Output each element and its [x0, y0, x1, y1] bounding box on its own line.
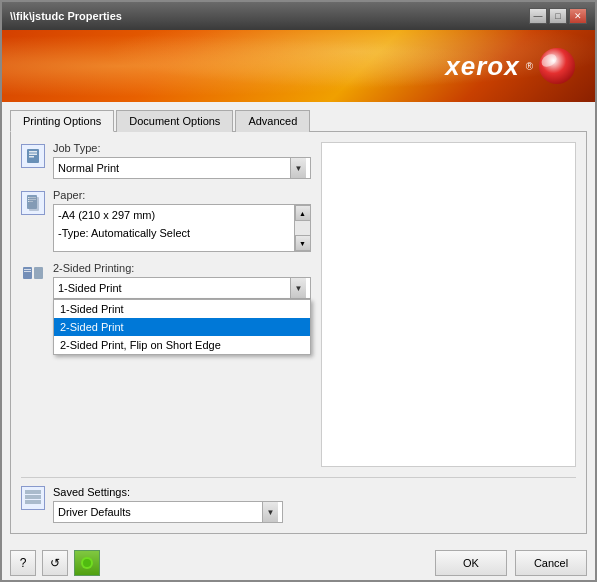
main-panel: Job Type: Normal Print ▼	[10, 131, 587, 534]
brand-name: xerox	[445, 51, 519, 82]
job-type-content: Job Type: Normal Print ▼	[53, 142, 311, 179]
svg-rect-12	[24, 271, 31, 272]
saved-settings-icon	[21, 486, 45, 510]
scroll-down-button[interactable]: ▼	[295, 235, 311, 251]
job-type-label: Job Type:	[53, 142, 311, 154]
paper-listbox[interactable]: -A4 (210 x 297 mm) -Type: Automatically …	[53, 204, 311, 252]
xerox-ball-icon	[539, 48, 575, 84]
maximize-button[interactable]: □	[549, 8, 567, 24]
green-button[interactable]	[74, 550, 100, 576]
saved-settings-content: Saved Settings: Driver Defaults ▼	[53, 486, 576, 523]
footer-left-buttons: ? ↺	[10, 550, 100, 576]
tab-document-options[interactable]: Document Options	[116, 110, 233, 132]
two-sided-arrow[interactable]: ▼	[290, 278, 306, 298]
saved-settings-arrow[interactable]: ▼	[262, 502, 278, 522]
title-bar: \\fik\jstudc Properties — □ ✕	[2, 2, 595, 30]
tab-advanced[interactable]: Advanced	[235, 110, 310, 132]
paper-label: Paper:	[53, 189, 311, 201]
svg-rect-8	[29, 197, 39, 211]
paper-listbox-content: -A4 (210 x 297 mm) -Type: Automatically …	[54, 205, 310, 244]
preview-panel	[321, 142, 576, 467]
two-sided-content: 2-Sided Printing: 1-Sided Print ▼ 1-Side…	[53, 262, 311, 299]
reg-mark: ®	[526, 61, 533, 72]
reset-icon: ↺	[50, 556, 60, 570]
job-type-icon	[21, 144, 45, 168]
main-window: \\fik\jstudc Properties — □ ✕ xerox ® Pr…	[0, 0, 597, 582]
window-controls: — □ ✕	[529, 8, 587, 24]
two-sided-group: 2-Sided Printing: 1-Sided Print ▼ 1-Side…	[21, 262, 311, 299]
job-type-group: Job Type: Normal Print ▼	[21, 142, 311, 179]
help-button[interactable]: ?	[10, 550, 36, 576]
tab-printing-options[interactable]: Printing Options	[10, 110, 114, 132]
saved-settings-value: Driver Defaults	[58, 506, 131, 518]
menu-item-1sided[interactable]: 1-Sided Print	[54, 300, 310, 318]
left-column: Job Type: Normal Print ▼	[21, 142, 311, 467]
header-banner: xerox ®	[2, 30, 595, 102]
reset-button[interactable]: ↺	[42, 550, 68, 576]
paper-line2: -Type: Automatically Select	[58, 225, 306, 243]
footer: ? ↺ OK Cancel	[2, 542, 595, 580]
green-icon	[80, 556, 94, 570]
svg-rect-15	[25, 500, 41, 504]
tab-bar: Printing Options Document Options Advanc…	[10, 110, 587, 132]
paper-scrollbar: ▲ ▼	[294, 205, 310, 251]
svg-rect-1	[29, 151, 37, 153]
svg-rect-13	[25, 490, 41, 494]
menu-item-2sided-short[interactable]: 2-Sided Print, Flip on Short Edge	[54, 336, 310, 354]
two-sided-menu: 1-Sided Print 2-Sided Print 2-Sided Prin…	[53, 299, 311, 355]
svg-rect-9	[23, 267, 32, 279]
paper-line1: -A4 (210 x 297 mm)	[58, 207, 306, 225]
close-button[interactable]: ✕	[569, 8, 587, 24]
cancel-button[interactable]: Cancel	[515, 550, 587, 576]
two-sided-label: 2-Sided Printing:	[53, 262, 311, 274]
help-icon: ?	[20, 556, 27, 570]
panel-inner: Job Type: Normal Print ▼	[21, 142, 576, 467]
xerox-logo: xerox ®	[445, 48, 575, 84]
content-area: Printing Options Document Options Advanc…	[2, 102, 595, 542]
footer-right-buttons: OK Cancel	[435, 550, 587, 576]
cancel-label: Cancel	[534, 557, 568, 569]
saved-settings-label: Saved Settings:	[53, 486, 576, 498]
svg-point-17	[83, 559, 91, 567]
ok-label: OK	[463, 557, 479, 569]
paper-icon	[21, 191, 45, 215]
saved-settings-dropdown[interactable]: Driver Defaults ▼	[53, 501, 283, 523]
minimize-button[interactable]: —	[529, 8, 547, 24]
two-sided-value: 1-Sided Print	[58, 282, 122, 294]
saved-settings-row: Saved Settings: Driver Defaults ▼	[21, 486, 576, 523]
scroll-up-button[interactable]: ▲	[295, 205, 311, 221]
menu-item-2sided[interactable]: 2-Sided Print	[54, 318, 310, 336]
two-sided-dropdown-container: 1-Sided Print ▼ 1-Sided Print 2-Sided Pr…	[53, 277, 311, 299]
paper-content: Paper: -A4 (210 x 297 mm) -Type: Automat…	[53, 189, 311, 252]
saved-settings-dropdown-row: Driver Defaults ▼	[53, 501, 576, 523]
svg-rect-3	[29, 156, 34, 158]
two-sided-icon	[21, 264, 45, 288]
two-sided-dropdown[interactable]: 1-Sided Print ▼	[53, 277, 311, 299]
paper-group: Paper: -A4 (210 x 297 mm) -Type: Automat…	[21, 189, 311, 252]
job-type-dropdown[interactable]: Normal Print ▼	[53, 157, 311, 179]
ok-button[interactable]: OK	[435, 550, 507, 576]
svg-rect-11	[24, 269, 31, 270]
window-title: \\fik\jstudc Properties	[10, 10, 122, 22]
svg-rect-2	[29, 154, 37, 156]
svg-rect-14	[25, 495, 41, 499]
job-type-value: Normal Print	[58, 162, 119, 174]
svg-rect-10	[34, 267, 43, 279]
bottom-area: Saved Settings: Driver Defaults ▼	[21, 477, 576, 523]
job-type-arrow[interactable]: ▼	[290, 158, 306, 178]
